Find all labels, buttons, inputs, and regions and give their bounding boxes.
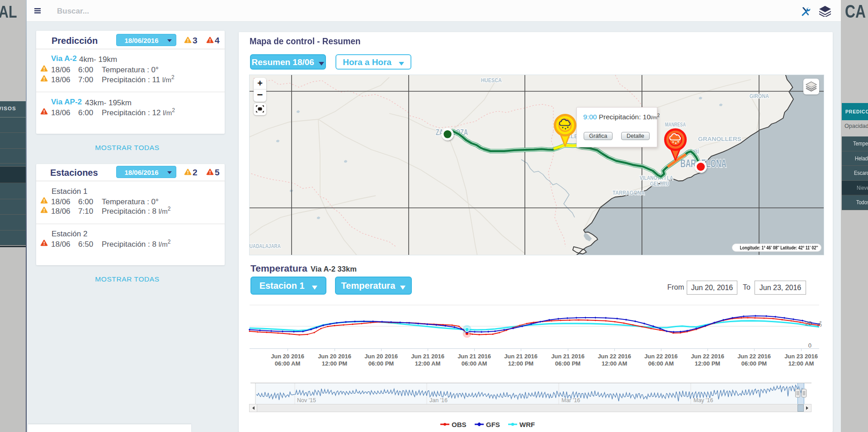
svg-text:Nov '15: Nov '15 (297, 397, 316, 404)
svg-text:TARRAGONA: TARRAGONA (613, 189, 645, 196)
svg-text:May '16: May '16 (693, 397, 713, 404)
svg-text:GRANOLLERS: GRANOLLERS (698, 136, 741, 142)
svg-text:MANRESA: MANRESA (665, 122, 686, 128)
svg-text:Jan '16: Jan '16 (429, 397, 448, 404)
svg-text:HUESCA: HUESCA (481, 77, 502, 84)
svg-text:GELTRÚ: GELTRÚ (650, 180, 669, 187)
svg-text:GUADALAJARA: GUADALAJARA (250, 243, 281, 249)
svg-text:Mar '16: Mar '16 (561, 397, 580, 404)
svg-text:GIRONA: GIRONA (750, 93, 769, 99)
